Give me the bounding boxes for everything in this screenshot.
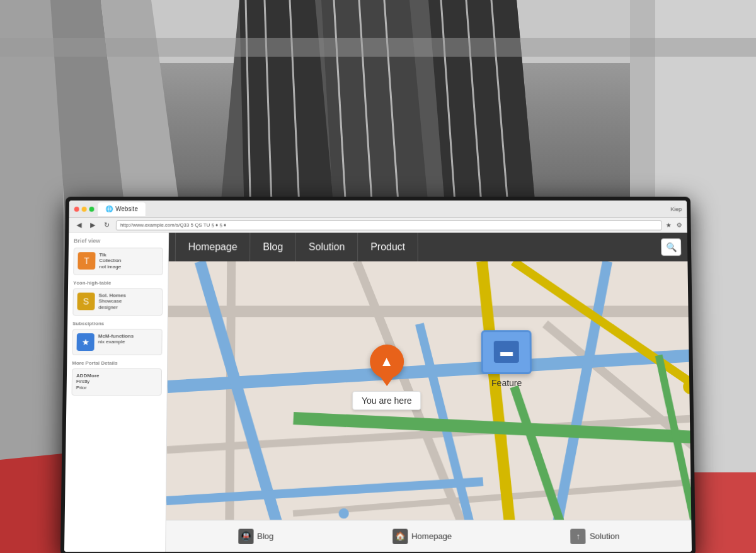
browser-menu-label: Kiep [670,206,682,212]
tik-icon: T [77,252,95,270]
feature-marker[interactable]: ▬ Feature [481,330,532,388]
marker-triangle-icon: ▲ [380,353,394,370]
close-window-button[interactable] [74,207,79,212]
reload-button[interactable]: ↻ [101,221,112,229]
website-content: Brief view T Tik Collectionnot image Yco… [64,233,692,552]
minimize-window-button[interactable] [82,207,87,212]
forward-button[interactable]: ▶ [88,221,98,229]
solution-icon: ↑ [571,528,586,544]
sidebar: Brief view T Tik Collectionnot image Yco… [64,233,169,552]
sidebar-card-add[interactable]: ADDMore FirstlyPrior [72,368,163,396]
laptop-frame: 🌐 Website Kiep ◀ ▶ ↻ http://www.example.… [60,197,696,553]
toolbar-icon-1: ★ [666,222,672,229]
bottom-nav-blog-label: Blog [257,532,273,541]
blog-icon: 🚇 [238,528,253,544]
search-button[interactable]: 🔍 [661,239,681,256]
sidebar-section-1: Ycon-high-table [73,280,163,286]
map-area: ▲ You are here ▬ Feature [166,261,692,520]
marker-pointer [381,377,393,385]
nav-item-solution[interactable]: Solution [296,233,358,261]
feature-box: ▬ [481,330,532,374]
sidebar-header: Brief view [74,238,163,244]
toolbar-icon-2: ⚙ [677,222,682,229]
sidebar-card-sol[interactable]: S Sol. Homes Showcasedesigner [72,288,163,315]
svg-line-25 [229,261,231,520]
bottom-nav-solution-label: Solution [590,532,619,541]
nav-item-homepage[interactable]: Homepage [175,233,251,261]
you-are-here-marker: ▲ You are here [352,345,421,410]
back-button[interactable]: ◀ [74,221,84,229]
sidebar-section-3: More Portal Details [72,360,162,366]
bottom-nav-blog[interactable]: 🚇 Blog [238,528,274,544]
nav-item-blog[interactable]: Blog [250,233,296,261]
mcm-card-text: McM-functions nix example [98,333,134,345]
url-text: http://www.example.com/s/Q33 5 QS TU § ♦… [120,222,226,228]
browser-chrome: 🌐 Website Kiep [69,200,687,218]
search-icon: 🔍 [666,242,677,252]
address-bar[interactable]: http://www.example.com/s/Q33 5 QS TU § ♦… [116,220,662,230]
nav-bar: Homepage Blog Solution Product 🔍 [169,233,688,261]
tab-favicon: 🌐 [105,205,113,212]
sidebar-card-tik[interactable]: T Tik Collectionnot image [73,248,163,275]
browser-screen: 🌐 Website Kiep ◀ ▶ ↻ http://www.example.… [64,200,692,552]
feature-icon: ▬ [494,341,519,363]
bottom-nav: 🚇 Blog 🏠 Homepage ↑ Solution [166,520,692,552]
feature-symbol: ▬ [500,345,513,359]
location-marker: ▲ [370,345,404,379]
svg-point-41 [339,508,349,518]
maximize-window-button[interactable] [89,207,94,212]
browser-tab[interactable]: 🌐 Website [98,202,146,216]
homepage-icon: 🏠 [392,528,408,544]
mcm-icon: ★ [77,333,94,351]
map-roads [166,261,692,520]
nav-item-product[interactable]: Product [358,233,418,261]
tik-card-text: Tik Collectionnot image [99,252,121,270]
main-area: Homepage Blog Solution Product 🔍 [166,233,692,552]
browser-toolbar: ◀ ▶ ↻ http://www.example.com/s/Q33 5 QS … [69,218,687,233]
bottom-nav-homepage[interactable]: 🏠 Homepage [392,528,452,544]
window-controls [74,207,94,212]
sidebar-section-2: Subsciptions [72,321,163,326]
sidebar-card-mcm[interactable]: ★ McM-functions nix example [72,329,162,355]
feature-label: Feature [491,378,522,388]
bottom-nav-solution[interactable]: ↑ Solution [571,528,620,544]
svg-rect-20 [0,38,756,57]
you-are-here-label: You are here [352,391,421,410]
toolbar-icons: ★ ⚙ [666,222,682,229]
tab-title: Website [115,205,138,212]
sol-icon: S [77,292,94,310]
bottom-nav-homepage-label: Homepage [411,532,452,541]
sol-card-text: Sol. Homes Showcasedesigner [98,292,126,311]
add-card-text: ADDMore FirstlyPrior [76,373,100,392]
